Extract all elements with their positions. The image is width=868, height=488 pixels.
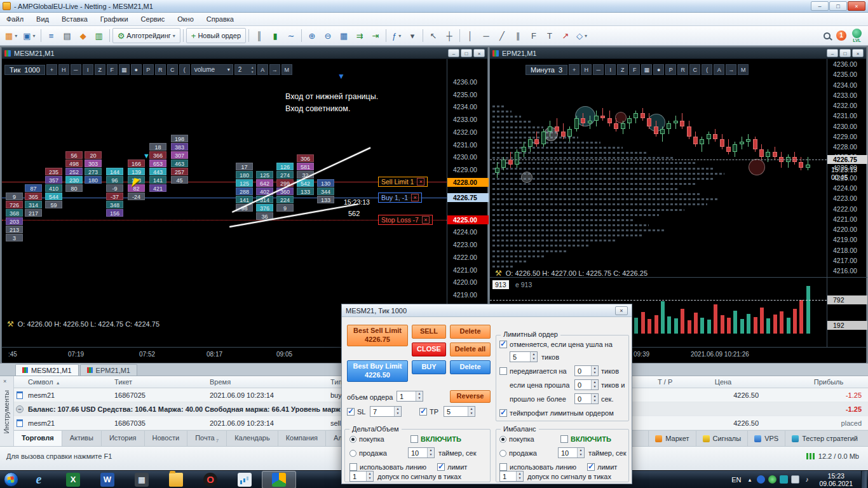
chart-tab-mesm21[interactable]: MESM21,M1 xyxy=(15,364,79,376)
menu-item-6[interactable]: Окно xyxy=(171,13,200,25)
column-tp[interactable]: Т / Р xyxy=(658,378,672,386)
taskbar-network-monitor-icon[interactable] xyxy=(227,471,262,488)
notification-badge[interactable]: 1 xyxy=(836,30,846,41)
toolbox-tab-6[interactable]: Календарь xyxy=(227,431,278,446)
taskbar-folder-icon[interactable] xyxy=(159,471,193,488)
cancel-checkbox[interactable] xyxy=(499,341,507,348)
quick-trade-icon[interactable]: ⚒ xyxy=(7,320,14,329)
right-mini-button-1[interactable]: + xyxy=(569,64,580,75)
profiles-button[interactable]: ▣▾ xyxy=(20,28,37,43)
tp-checkbox[interactable] xyxy=(419,408,427,416)
volume-value-spinner[interactable]: 2▲▼ xyxy=(234,64,256,75)
buy-close-icon[interactable]: × xyxy=(411,194,419,201)
best-sell-limit-button[interactable]: Best Sell Limit4226.75 xyxy=(347,325,408,346)
buy-position-tag[interactable]: Buy 1, -1× xyxy=(378,193,422,203)
zoom-out-button[interactable]: ⊖ xyxy=(320,28,336,43)
right-mini-button-4[interactable]: I xyxy=(605,64,616,75)
taskbar-opera-icon[interactable]: O xyxy=(193,471,227,488)
bluetooth-icon[interactable] xyxy=(757,475,765,484)
new-order-button[interactable]: +Новый ордер xyxy=(186,28,246,43)
left-mini-button-5[interactable]: Z xyxy=(95,64,105,75)
imbalance-timer-spinner[interactable]: 10▲▼ xyxy=(558,447,585,458)
right-mini-button-10[interactable]: R xyxy=(677,64,688,75)
taskbar-metatrader-icon[interactable] xyxy=(262,471,296,488)
menu-item-2[interactable]: Вид xyxy=(30,13,55,25)
fibonacci-button[interactable]: F xyxy=(526,28,541,43)
right-mini-button-5[interactable]: Z xyxy=(617,64,628,75)
zoom-in-button[interactable]: ⊕ xyxy=(304,28,320,43)
dialog-close-button[interactable]: × xyxy=(615,306,628,315)
right-mini-button-8[interactable]: ● xyxy=(653,64,664,75)
messenger-icon[interactable] xyxy=(780,475,788,484)
volume-icon[interactable]: ♪ xyxy=(803,475,811,484)
market-watch-button[interactable]: ≡ xyxy=(44,28,59,43)
display-icon[interactable] xyxy=(791,475,799,484)
column-price[interactable]: Цена xyxy=(688,378,759,386)
right-mini-button-6[interactable]: F xyxy=(629,64,640,75)
sell-limit-tag[interactable]: Sell Limit 1× xyxy=(378,177,428,187)
volume-mode-dropdown[interactable]: volume▾ xyxy=(191,64,233,75)
search-icon[interactable] xyxy=(824,32,831,39)
right-chart-minimize-button[interactable]: – xyxy=(827,49,838,57)
toolbox-tab-1[interactable]: Торговля xyxy=(14,431,62,446)
left-mini-right-button-2[interactable]: → xyxy=(269,64,280,75)
chart-tab-epm21[interactable]: EPM21,M1 xyxy=(80,364,137,376)
delete-sell-button[interactable]: Delete xyxy=(450,325,491,339)
channel-button[interactable]: ∥ xyxy=(510,28,526,43)
imbalance-enable-checkbox[interactable] xyxy=(560,435,568,443)
vps-button[interactable]: VPS xyxy=(747,431,785,446)
close-position-button[interactable]: CLOSE xyxy=(412,342,446,356)
signals-button[interactable]: Сигналы xyxy=(696,431,748,446)
left-mini-button-4[interactable]: I xyxy=(83,64,93,75)
tp-spinner[interactable]: 5▲▼ xyxy=(444,406,475,417)
terminal-button[interactable]: ▥ xyxy=(92,28,107,43)
candles-button[interactable]: ▮ xyxy=(268,28,283,43)
left-mini-right-button-3[interactable]: M xyxy=(281,64,292,75)
antivirus-icon[interactable] xyxy=(768,475,776,484)
hidden-icons[interactable]: ▴ xyxy=(745,475,754,484)
left-mini-button-7[interactable]: ▦ xyxy=(119,64,130,75)
taskbar-word-icon[interactable]: W xyxy=(90,471,125,488)
crosshair-button[interactable]: ┼ xyxy=(442,28,457,43)
collapse-icon[interactable]: − xyxy=(16,405,24,413)
toolbox-tab-5[interactable]: Почта7 xyxy=(187,431,227,446)
chart-shift-button[interactable]: ⇥ xyxy=(368,28,383,43)
right-mini-button-7[interactable]: ▦ xyxy=(641,64,652,75)
clock[interactable]: 15:23 09.06.2021 xyxy=(815,472,857,487)
navigator-button[interactable]: ◆ xyxy=(76,28,91,43)
column-time[interactable]: Время xyxy=(210,378,231,386)
connection-status[interactable]: 12.2 / 0.0 Mb xyxy=(806,452,859,460)
horizontal-line-button[interactable]: ─ xyxy=(478,28,494,43)
stop-loss-tag[interactable]: Stop Loss -7× xyxy=(378,215,433,225)
sl-checkbox[interactable] xyxy=(347,408,355,416)
strategy-tester-button[interactable]: Тестер стратегий xyxy=(785,431,864,446)
show-desktop-button[interactable] xyxy=(861,471,867,488)
maximize-button[interactable]: □ xyxy=(829,1,847,11)
delta-enable-checkbox[interactable] xyxy=(410,435,418,443)
left-mini-button-12[interactable]: ( xyxy=(179,64,190,75)
delta-limit-checkbox[interactable] xyxy=(437,463,445,471)
right-price-scale[interactable]: 15:23:13 00:45 792 192 4236.004235.00423… xyxy=(827,59,867,347)
start-button[interactable] xyxy=(0,471,22,488)
order-volume-spinner[interactable]: 1▲▼ xyxy=(397,391,423,402)
delta-buy-radio[interactable] xyxy=(349,436,356,443)
left-chart-titlebar[interactable]: MESM21,M1 – □ × xyxy=(2,48,487,59)
right-chart-close-button[interactable]: × xyxy=(852,49,864,57)
new-chart-button[interactable]: ▦▾ xyxy=(3,28,20,43)
menu-item-1[interactable]: Файл xyxy=(0,13,30,25)
move-ticks-spinner[interactable]: 0▲▼ xyxy=(574,365,599,376)
market-button[interactable]: Маркет xyxy=(648,431,695,446)
right-mini-button-9[interactable]: P xyxy=(665,64,676,75)
vertical-line-button[interactable]: │ xyxy=(463,28,478,43)
toolbox-tab-7[interactable]: Компания xyxy=(278,431,326,446)
left-mini-button-6[interactable]: F xyxy=(107,64,118,75)
bars-button[interactable]: ║ xyxy=(252,28,267,43)
toolbox-tab-3[interactable]: История xyxy=(102,431,145,446)
close-button[interactable]: × xyxy=(848,1,865,11)
data-window-button[interactable]: ▤ xyxy=(60,28,75,43)
right-mini-right-button-2[interactable]: → xyxy=(726,64,736,75)
taskbar-internet-explorer-icon[interactable]: e xyxy=(22,471,56,488)
dialog-titlebar[interactable]: MESM21, Тик 1000 × xyxy=(342,304,632,317)
left-mini-button-1[interactable]: + xyxy=(46,64,57,75)
right-mini-right-button-3[interactable]: M xyxy=(738,64,749,75)
